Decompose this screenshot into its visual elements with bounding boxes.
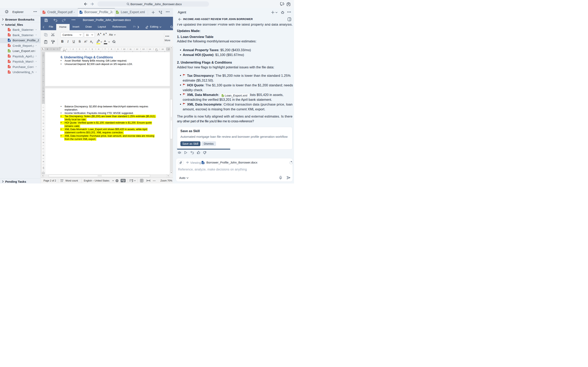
svg-text:123: 123 <box>60 181 63 182</box>
